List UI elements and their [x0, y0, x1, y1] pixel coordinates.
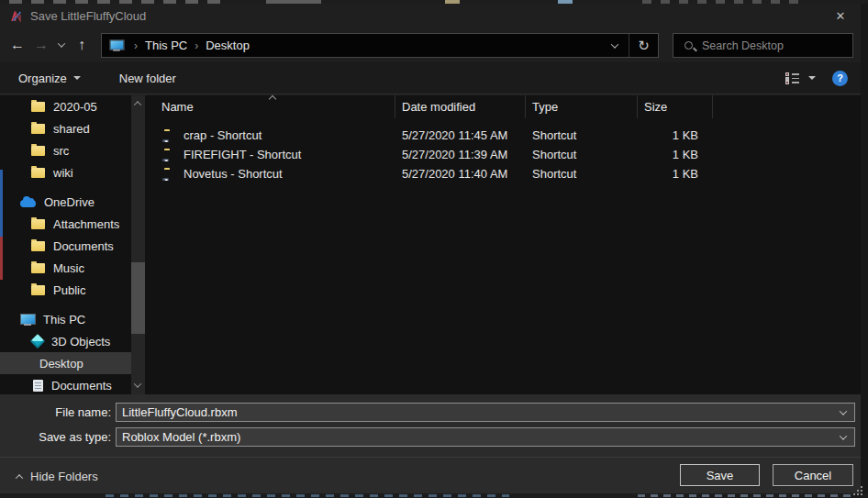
command-toolbar: Organize New folder ? — [0, 62, 861, 94]
file-name-input[interactable] — [117, 405, 814, 419]
address-dropdown-button[interactable] — [601, 34, 629, 57]
resize-grip[interactable] — [853, 486, 866, 498]
organize-button[interactable]: Organize — [7, 62, 92, 94]
search-input[interactable] — [702, 39, 840, 52]
sidebar-item-attachments[interactable]: Attachments — [0, 213, 131, 235]
background-window-sliver-left — [0, 170, 3, 237]
column-header-size[interactable]: Size — [638, 95, 713, 118]
save-as-type-select[interactable]: Roblox Model (*.rbxm) — [116, 427, 855, 447]
shortcut-arrow-icon — [162, 139, 169, 142]
sidebar-item-shared[interactable]: shared — [0, 117, 131, 139]
cancel-button[interactable]: Cancel — [773, 464, 853, 486]
chevron-down-icon[interactable] — [840, 407, 847, 415]
file-size: 1 KB — [638, 128, 713, 142]
chevron-down-icon[interactable] — [840, 432, 847, 439]
refresh-icon: ↻ — [638, 38, 650, 54]
folder-icon — [31, 124, 45, 134]
new-folder-label: New folder — [119, 72, 176, 85]
search-icon — [684, 41, 693, 50]
scroll-up-icon[interactable] — [134, 101, 141, 108]
dropdown-arrow-icon — [73, 76, 81, 80]
column-header-date-modified[interactable]: Date modified — [395, 95, 526, 118]
sidebar-item-3d-objects[interactable]: 3D Objects — [0, 330, 131, 352]
cube-icon — [30, 334, 45, 349]
close-button[interactable]: ✕ — [820, 4, 861, 28]
help-button[interactable]: ? — [832, 71, 848, 86]
shortcut-file-icon — [164, 131, 178, 142]
column-header-name[interactable]: Name — [145, 95, 395, 118]
save-as-type-label: Save as type: — [0, 430, 111, 444]
change-view-button[interactable] — [782, 62, 819, 94]
sidebar-item-music[interactable]: Music — [0, 257, 131, 279]
breadcrumb: › This PC › Desktop — [102, 39, 601, 52]
file-date-modified: 5/27/2020 11:40 AM — [395, 167, 526, 181]
forward-button[interactable]: → — [29, 33, 53, 57]
search-box — [673, 33, 853, 58]
folder-icon — [31, 168, 45, 178]
breadcrumb-desktop[interactable]: Desktop — [200, 39, 255, 52]
window-title: Save LittleFluffyCloud — [30, 9, 146, 23]
back-icon: ← — [10, 37, 25, 53]
address-bar[interactable]: › This PC › Desktop ↻ — [101, 33, 659, 58]
shortcut-arrow-icon — [162, 178, 169, 181]
sidebar-item-desktop[interactable]: Desktop — [0, 352, 131, 374]
file-type: Shortcut — [526, 148, 638, 161]
save-dialog: Save LittleFluffyCloud ✕ ← → ↑ › — [0, 4, 861, 493]
close-icon: ✕ — [836, 9, 846, 23]
shortcut-arrow-icon — [162, 159, 169, 161]
save-as-type-value: Roblox Model (*.rbxm) — [117, 430, 240, 444]
column-header-type[interactable]: Type — [526, 95, 638, 118]
file-row[interactable]: crap - Shortcut 5/27/2020 11:45 AM Short… — [145, 126, 861, 145]
hide-folders-label: Hide Folders — [30, 470, 98, 483]
file-name-combobox[interactable] — [116, 403, 855, 422]
breadcrumb-this-pc[interactable]: This PC — [139, 39, 193, 52]
sidebar-item-wiki[interactable]: wiki — [0, 161, 131, 183]
list-view-icon — [785, 72, 799, 83]
folder-icon — [31, 219, 45, 229]
file-type: Shortcut — [526, 167, 638, 181]
column-headers: Name Date modified Type Size — [145, 95, 861, 118]
sidebar-item-this-pc[interactable]: This PC — [0, 308, 131, 330]
file-size: 1 KB — [638, 148, 713, 161]
scrollbar-thumb[interactable] — [131, 262, 145, 334]
up-icon: ↑ — [78, 37, 85, 53]
folder-icon — [31, 102, 45, 112]
save-button[interactable]: Save — [680, 464, 760, 486]
chevron-down-icon — [58, 39, 65, 47]
file-rows: crap - Shortcut 5/27/2020 11:45 AM Short… — [145, 126, 861, 183]
sidebar-item-documents[interactable]: Documents — [0, 235, 131, 257]
file-row[interactable]: FIREFIGHT - Shortcut 5/27/2020 11:39 AM … — [145, 145, 861, 164]
file-date-modified: 5/27/2020 11:39 AM — [395, 148, 526, 161]
scroll-down-icon[interactable] — [134, 380, 141, 387]
organize-label: Organize — [18, 72, 67, 85]
dialog-footer: File name: Save as type: Roblox Model (*… — [0, 394, 861, 493]
new-folder-button[interactable]: New folder — [108, 62, 187, 94]
recent-locations-button[interactable] — [53, 33, 70, 57]
hide-folders-button[interactable]: Hide Folders — [17, 470, 98, 483]
refresh-button[interactable]: ↻ — [629, 34, 658, 57]
folder-icon — [31, 285, 45, 295]
this-pc-icon — [109, 39, 123, 50]
pc-icon — [20, 314, 35, 326]
navigation-pane: 2020-05 shared src wiki OneDrive Attachm… — [0, 95, 145, 394]
file-date-modified: 5/27/2020 11:45 AM — [395, 128, 526, 142]
background-window-sliver-bottom — [0, 493, 868, 498]
sidebar-item-public[interactable]: Public — [0, 279, 131, 301]
up-button[interactable]: ↑ — [70, 33, 94, 57]
sidebar-item-onedrive[interactable]: OneDrive — [0, 191, 131, 213]
file-size: 1 KB — [638, 167, 713, 181]
titlebar[interactable]: Save LittleFluffyCloud ✕ — [0, 4, 861, 28]
screen: Save LittleFluffyCloud ✕ ← → ↑ › — [0, 0, 868, 498]
file-row[interactable]: Novetus - Shortcut 5/27/2020 11:40 AM Sh… — [145, 164, 861, 183]
breadcrumb-separator: › — [193, 39, 200, 52]
sidebar-item-2020-05[interactable]: 2020-05 — [0, 95, 131, 117]
shortcut-file-icon — [164, 170, 178, 181]
forward-icon: → — [34, 37, 49, 53]
help-icon: ? — [837, 72, 843, 83]
file-name: FIREFIGHT - Shortcut — [184, 148, 301, 161]
sidebar-scrollbar[interactable] — [131, 95, 145, 394]
sidebar-item-documents[interactable]: Documents — [0, 374, 131, 394]
sidebar-item-src[interactable]: src — [0, 139, 131, 161]
back-button[interactable]: ← — [6, 33, 29, 57]
shortcut-file-icon — [164, 150, 178, 161]
